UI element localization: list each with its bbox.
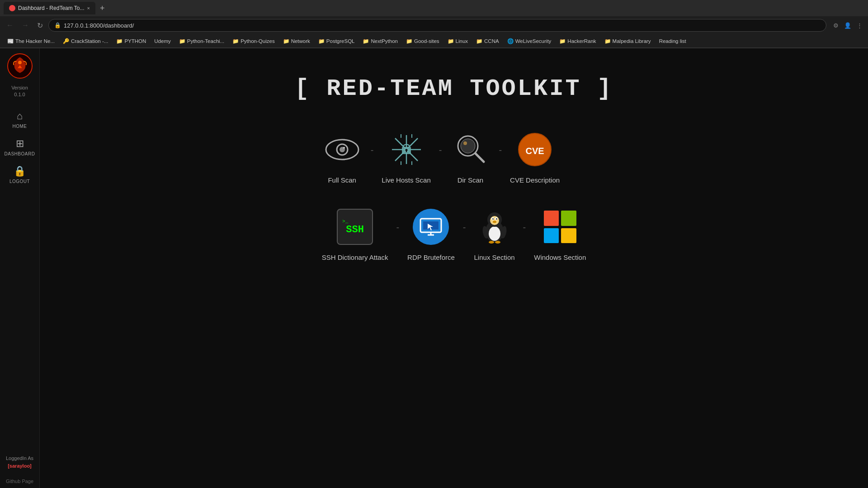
sep-6: - bbox=[515, 206, 534, 233]
bookmark-icon: 📁 bbox=[448, 38, 454, 44]
tool-rdp-bruteforce[interactable]: RDP Bruteforce bbox=[407, 206, 455, 261]
linux-section-label: Linux Section bbox=[474, 253, 515, 261]
bookmark-crackstation[interactable]: 🔑 CrackStation -... bbox=[59, 37, 112, 45]
home-label: HOME bbox=[13, 124, 27, 129]
app-layout: Version 0.1.0 ⌂ HOME ⊞ Dashboard 🔒 LOGOU… bbox=[0, 48, 868, 488]
tool-ssh-dictionary[interactable]: >_ SSH SSH Dictionary Attack bbox=[322, 206, 388, 261]
live-hosts-scan-item[interactable]: Live Hosts Scan bbox=[382, 129, 430, 184]
tool-windows-section[interactable]: Windows Section bbox=[534, 206, 586, 261]
eye-icon bbox=[324, 131, 360, 168]
profile-icon[interactable]: 👤 bbox=[843, 20, 853, 30]
bookmark-pythonteachi[interactable]: 📁 Python-Teachi... bbox=[175, 37, 228, 45]
bookmark-hackerrank[interactable]: 📁 HackerRank bbox=[556, 37, 599, 45]
back-button[interactable]: ← bbox=[4, 19, 16, 31]
bookmark-goodsites[interactable]: 📁 Good-sites bbox=[402, 37, 443, 45]
cve-description-item[interactable]: CVE CVE Description bbox=[510, 129, 560, 184]
bookmark-nextpython[interactable]: 📁 NextPython bbox=[359, 37, 401, 45]
sidebar-item-dashboard[interactable]: ⊞ Dashboard bbox=[0, 133, 39, 161]
svg-point-1 bbox=[18, 61, 22, 64]
tool-full-scan[interactable]: Full Scan bbox=[322, 129, 363, 184]
bookmark-thehackernews[interactable]: 📰 The Hacker Ne... bbox=[4, 37, 58, 45]
svg-point-18 bbox=[461, 139, 475, 153]
bookmark-label: Reading list bbox=[659, 38, 686, 44]
linux-icon bbox=[476, 209, 513, 245]
sep-2: - bbox=[431, 129, 450, 155]
rdp-bruteforce-item[interactable]: RDP Bruteforce bbox=[407, 206, 455, 261]
tool-live-hosts-scan[interactable]: Live Hosts Scan bbox=[382, 129, 430, 184]
svg-point-29 bbox=[489, 226, 500, 241]
bookmark-python[interactable]: 📁 PYTHON bbox=[113, 37, 150, 45]
page-title: [ RED-TEAM TOOLKIT ] bbox=[295, 75, 613, 102]
bookmark-postgresql[interactable]: 📁 PostgreSQL bbox=[315, 37, 359, 45]
bookmark-icon: 📁 bbox=[363, 38, 369, 44]
app-logo bbox=[7, 53, 33, 84]
sidebar-item-home[interactable]: ⌂ HOME bbox=[0, 106, 39, 133]
bookmark-label: NextPython bbox=[371, 38, 397, 44]
forward-button[interactable]: → bbox=[19, 19, 32, 31]
full-scan-icon-wrap bbox=[322, 129, 363, 170]
home-icon: ⌂ bbox=[17, 110, 23, 122]
tool-linux-section[interactable]: Linux Section bbox=[474, 206, 515, 261]
github-link[interactable]: Github Page bbox=[6, 474, 33, 488]
tab-favicon bbox=[9, 5, 15, 11]
logged-in-user: [sarayloo] bbox=[8, 463, 32, 469]
full-scan-item[interactable]: Full Scan bbox=[322, 129, 363, 184]
rdp-icon-wrap bbox=[410, 206, 451, 247]
url-text: 127.0.0.1:8000/dashboard/ bbox=[64, 22, 134, 29]
bookmark-icon: 📁 bbox=[116, 38, 123, 44]
logout-icon: 🔒 bbox=[14, 165, 26, 177]
svg-text:CVE: CVE bbox=[526, 146, 544, 156]
rdp-icon bbox=[413, 209, 449, 245]
bookmark-udemy[interactable]: Udemy bbox=[151, 38, 174, 45]
tab-close-button[interactable]: × bbox=[87, 5, 90, 11]
windows-section-item[interactable]: Windows Section bbox=[534, 206, 586, 261]
tool-dir-scan[interactable]: Dir Scan bbox=[450, 129, 491, 184]
sep-5: - bbox=[455, 206, 474, 233]
new-tab-button[interactable]: + bbox=[97, 4, 108, 13]
bookmark-label: Python-Quizes bbox=[241, 38, 274, 44]
win-quad-green bbox=[561, 211, 576, 226]
bookmark-linux[interactable]: 📁 Linux bbox=[444, 37, 472, 45]
bookmark-label: Linux bbox=[456, 38, 468, 44]
dir-scan-item[interactable]: Dir Scan bbox=[450, 129, 491, 184]
bookmark-icon: 📁 bbox=[476, 38, 482, 44]
cve-icon: CVE bbox=[517, 131, 553, 168]
bookmark-network[interactable]: 📁 Network bbox=[279, 37, 314, 45]
active-tab[interactable]: Dashboard - RedTeam To... × bbox=[4, 2, 95, 14]
bookmark-welivesecurity[interactable]: 🌐 WeLiveSecurity bbox=[504, 37, 555, 45]
bookmark-label: Udemy bbox=[154, 38, 170, 44]
bookmark-ccna[interactable]: 📁 CCNA bbox=[472, 37, 503, 45]
bookmark-label: Network bbox=[291, 38, 310, 44]
refresh-button[interactable]: ↻ bbox=[34, 19, 46, 32]
extensions-icon[interactable]: ⚙ bbox=[831, 20, 841, 30]
menu-icon[interactable]: ⋮ bbox=[854, 20, 864, 30]
svg-rect-16 bbox=[406, 150, 407, 152]
logged-in-info: LoggedIn As [sarayloo] bbox=[4, 450, 35, 474]
ssh-dictionary-item[interactable]: >_ SSH SSH Dictionary Attack bbox=[322, 206, 388, 261]
bookmark-label: PYTHON bbox=[124, 38, 146, 44]
bookmark-label: Good-sites bbox=[414, 38, 439, 44]
win-quad-red bbox=[544, 211, 559, 226]
monitor-icon bbox=[420, 218, 442, 236]
sep-4: - bbox=[388, 206, 407, 233]
linux-section-item[interactable]: Linux Section bbox=[474, 206, 515, 261]
svg-point-34 bbox=[492, 218, 494, 220]
bookmark-malpedia[interactable]: 📁 Malpedia Library bbox=[601, 37, 655, 45]
ssh-icon-wrap: >_ SSH bbox=[335, 206, 375, 247]
nav-bar: ← → ↻ 🔒 127.0.0.1:8000/dashboard/ ⚙ 👤 ⋮ bbox=[0, 16, 868, 34]
bookmark-label: Malpedia Library bbox=[613, 38, 651, 44]
sidebar-item-logout[interactable]: 🔒 LOGOUT bbox=[0, 161, 39, 188]
logged-in-label: LoggedIn As bbox=[6, 455, 33, 462]
browser-chrome: Dashboard - RedTeam To... × + ← → ↻ 🔒 12… bbox=[0, 0, 868, 48]
bookmark-readinglist[interactable]: Reading list bbox=[656, 38, 690, 45]
bookmark-label: HackerRank bbox=[567, 38, 596, 44]
dashboard-label: Dashboard bbox=[5, 151, 35, 156]
address-bar[interactable]: 🔒 127.0.0.1:8000/dashboard/ bbox=[48, 19, 826, 32]
bookmarks-bar: 📰 The Hacker Ne... 🔑 CrackStation -... 📁… bbox=[0, 34, 868, 48]
bookmark-pythonquizes[interactable]: 📁 Python-Quizes bbox=[229, 37, 278, 45]
bookmark-icon: 📁 bbox=[406, 38, 412, 44]
tool-cve-description[interactable]: CVE CVE Description bbox=[510, 129, 560, 184]
svg-point-31 bbox=[490, 216, 499, 225]
win-quad-blue bbox=[544, 228, 559, 244]
bookmark-icon: 📁 bbox=[559, 38, 566, 44]
